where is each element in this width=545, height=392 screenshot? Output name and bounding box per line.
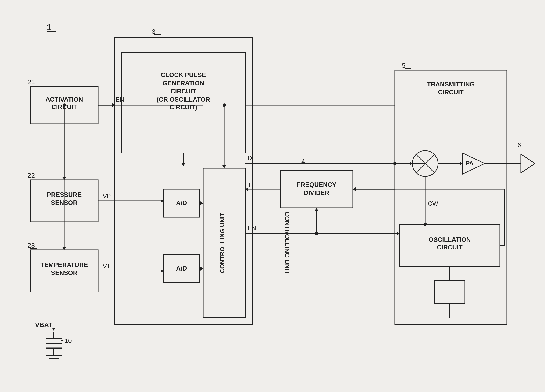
temperature-sensor-label2: SENSOR [51, 269, 78, 276]
system-label: 1 [47, 23, 51, 32]
transmitting-circuit-label2: CIRCUIT [438, 89, 464, 96]
vp-label: VP [103, 193, 111, 199]
frequency-divider-label1: FREQUENCY [297, 181, 336, 188]
dot-cw [423, 223, 427, 226]
ref-5: 5 [402, 62, 406, 69]
ctrl-unit-text: CONTROLLING UNIT [219, 213, 226, 273]
ref-6: 6 [517, 141, 521, 149]
clock-label3: CIRCUIT [171, 88, 196, 95]
ref-21: 21 [28, 78, 35, 86]
en2-label: EN [248, 224, 256, 231]
pa-label: PA [465, 160, 474, 167]
oscillation-label2: CIRCUIT [437, 244, 463, 251]
temperature-sensor-label1: TEMPERATURE [40, 261, 88, 268]
frequency-divider-box [280, 171, 353, 208]
circuit-diagram: 1 21 22 23 3 31 32 33 34 4 5 51 [0, 0, 545, 392]
cw-label: CW [428, 200, 438, 207]
adc-temp-label: A/D [176, 265, 187, 272]
en-label: EN [116, 96, 124, 103]
battery-ref: ~10 [61, 337, 72, 344]
activation-circuit-label: ACTIVATION [46, 96, 83, 103]
frequency-divider-label2: DIVIDER [304, 189, 329, 196]
dot-en-ctrl [223, 104, 226, 107]
controlling-unit-label1: CONTROLLING UNIT [284, 212, 291, 274]
clock-label1: CLOCK PULSE [161, 71, 206, 79]
adc-pressure-label: A/D [176, 199, 187, 206]
vt-label: VT [103, 263, 111, 270]
oscillation-label1: OSCILLATION [429, 236, 471, 243]
dot-dl-transmit [393, 162, 396, 165]
clock-label2: GENERATION [163, 80, 204, 87]
dl-label: DL [248, 154, 255, 162]
clock-label4: (CR OSCILLATOR [157, 96, 210, 103]
ref-3: 3 [152, 28, 155, 35]
ref-22: 22 [28, 172, 35, 179]
dot-en-activation [63, 104, 66, 107]
transmitting-circuit-label1: TRANSMITTING [427, 81, 475, 88]
vbat-label: VBAT [35, 321, 52, 329]
crystal-box [434, 280, 465, 304]
ti-label: TI [248, 181, 253, 188]
ref-23: 23 [28, 242, 35, 249]
